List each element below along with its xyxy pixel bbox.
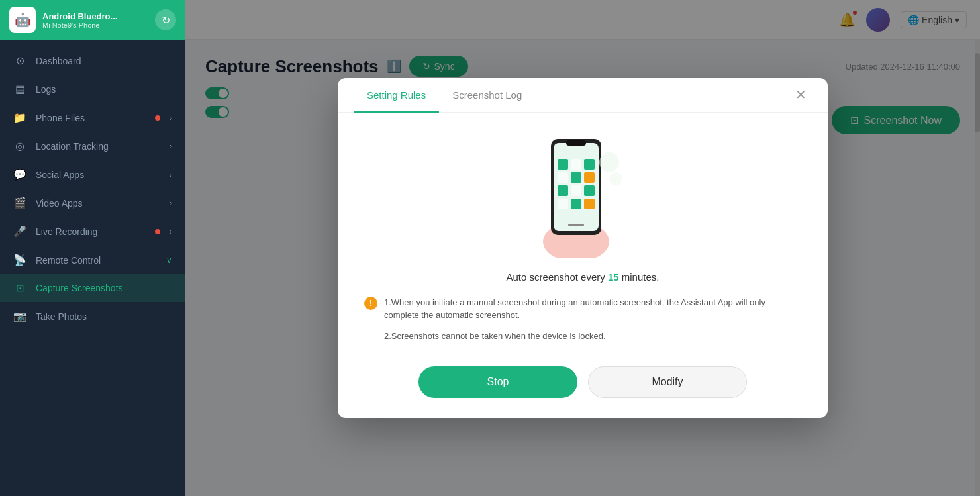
close-icon[interactable]: ✕ xyxy=(790,83,812,107)
sidebar-item-social-apps[interactable]: 💬 Social Apps › xyxy=(0,160,185,189)
tab-screenshot-log[interactable]: Screenshot Log xyxy=(439,79,535,113)
video-apps-arrow: › xyxy=(170,199,172,208)
social-apps-icon: 💬 xyxy=(13,168,26,181)
svg-point-19 xyxy=(609,172,622,185)
svg-rect-17 xyxy=(568,224,584,226)
svg-rect-6 xyxy=(571,159,581,170)
sidebar-item-take-photos[interactable]: 📷 Take Photos xyxy=(0,302,185,330)
sync-icon-btn[interactable]: ↻ xyxy=(155,9,176,30)
stop-button[interactable]: Stop xyxy=(418,366,577,398)
svg-rect-5 xyxy=(558,159,568,170)
svg-rect-14 xyxy=(558,199,568,209)
social-apps-arrow: › xyxy=(170,170,172,179)
app-icon: 🤖 xyxy=(9,7,36,33)
app-title-main: Android Bluedro... xyxy=(42,11,148,21)
modal-header: Setting Rules Screenshot Log ✕ xyxy=(338,78,828,113)
svg-rect-12 xyxy=(571,185,581,196)
minutes-value: 15 xyxy=(608,272,619,283)
location-tracking-arrow: › xyxy=(170,142,172,151)
notice-item-1: ! 1.When you initiate a manual screensho… xyxy=(364,296,801,322)
modal: Setting Rules Screenshot Log ✕ xyxy=(338,78,828,419)
tab-setting-rules[interactable]: Setting Rules xyxy=(354,79,439,113)
logs-icon: ▤ xyxy=(13,83,26,95)
modal-actions: Stop Modify xyxy=(358,366,808,398)
sidebar-label-phone-files: Phone Files xyxy=(36,113,146,123)
sidebar-header: 🤖 Android Bluedro... Mi Note9's Phone ↻ xyxy=(0,0,185,40)
svg-rect-9 xyxy=(571,172,581,183)
sidebar-item-capture-screenshots[interactable]: ⊡ Capture Screenshots xyxy=(0,274,185,302)
warning-icon-1: ! xyxy=(364,297,377,310)
sidebar-nav: ⊙ Dashboard ▤ Logs 📁 Phone Files › ◎ Loc… xyxy=(0,40,185,496)
svg-rect-16 xyxy=(584,199,595,209)
notice-text-2: 2.Screenshots cannot be taken when the d… xyxy=(384,330,801,343)
sidebar-label-live-recording: Live Recording xyxy=(36,226,146,237)
capture-screenshots-icon: ⊡ xyxy=(13,282,26,294)
sidebar-item-video-apps[interactable]: 🎬 Video Apps › xyxy=(0,189,185,217)
sidebar-label-video-apps: Video Apps xyxy=(36,198,160,209)
sidebar-label-remote-control: Remote Control xyxy=(36,255,157,266)
svg-rect-15 xyxy=(571,199,581,209)
sidebar-item-remote-control[interactable]: 📡 Remote Control ∨ xyxy=(0,246,185,274)
phone-files-badge xyxy=(155,115,160,121)
video-apps-icon: 🎬 xyxy=(13,197,26,209)
app-title: Android Bluedro... Mi Note9's Phone xyxy=(42,11,148,29)
app-title-sub: Mi Note9's Phone xyxy=(42,21,148,29)
sidebar-label-take-photos: Take Photos xyxy=(36,311,172,322)
sidebar-label-location-tracking: Location Tracking xyxy=(36,141,160,152)
dashboard-icon: ⊙ xyxy=(13,54,26,67)
remote-control-icon: 📡 xyxy=(13,254,26,266)
phone-files-icon: 📁 xyxy=(13,111,26,124)
live-recording-arrow: › xyxy=(170,227,172,236)
svg-rect-13 xyxy=(584,185,595,196)
notice-box: ! 1.When you initiate a manual screensho… xyxy=(358,296,808,351)
modal-body: Auto screenshot every 15 minutes. ! 1.Wh… xyxy=(338,113,828,419)
svg-rect-4 xyxy=(566,140,586,146)
sidebar-item-logs[interactable]: ▤ Logs xyxy=(0,75,185,103)
svg-rect-8 xyxy=(558,172,568,183)
take-photos-icon: 📷 xyxy=(13,310,26,322)
remote-control-expand: ∨ xyxy=(166,256,172,265)
phone-illustration xyxy=(523,126,642,258)
notice-text-1: 1.When you initiate a manual screenshot … xyxy=(384,296,801,322)
live-recording-badge xyxy=(155,229,160,234)
svg-point-18 xyxy=(599,152,619,172)
sidebar-label-social-apps: Social Apps xyxy=(36,170,160,180)
modal-overlay[interactable]: Setting Rules Screenshot Log ✕ xyxy=(185,0,980,496)
sidebar-label-logs: Logs xyxy=(36,84,172,95)
sidebar-item-phone-files[interactable]: 📁 Phone Files › xyxy=(0,103,185,132)
sidebar: 🤖 Android Bluedro... Mi Note9's Phone ↻ … xyxy=(0,0,185,496)
svg-rect-10 xyxy=(584,172,595,183)
auto-screenshot-text: Auto screenshot every 15 minutes. xyxy=(507,272,660,283)
location-tracking-icon: ◎ xyxy=(13,140,26,152)
phone-files-arrow: › xyxy=(170,113,172,123)
sidebar-label-capture-screenshots: Capture Screenshots xyxy=(36,283,172,293)
main-content: 🔔 🌐 English ▾ Capture Screenshots ℹ️ ↻ S… xyxy=(185,0,980,496)
sidebar-item-dashboard[interactable]: ⊙ Dashboard xyxy=(0,46,185,75)
modify-button[interactable]: Modify xyxy=(588,366,747,398)
live-recording-icon: 🎤 xyxy=(13,225,26,238)
svg-rect-11 xyxy=(558,185,568,196)
svg-rect-7 xyxy=(584,159,595,170)
sidebar-item-live-recording[interactable]: 🎤 Live Recording › xyxy=(0,217,185,246)
sidebar-label-dashboard: Dashboard xyxy=(36,56,172,66)
sidebar-item-location-tracking[interactable]: ◎ Location Tracking › xyxy=(0,132,185,160)
